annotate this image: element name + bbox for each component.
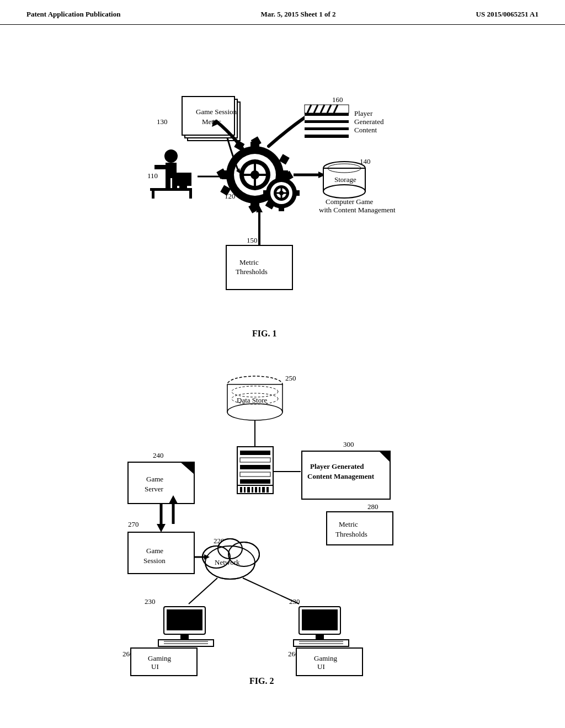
svg-point-33 [279, 191, 284, 195]
arrow-gs-down-head [157, 524, 166, 532]
header-center: Mar. 5, 2015 Sheet 1 of 2 [261, 10, 336, 19]
pgcm-label2: Content Management [307, 472, 375, 480]
keyboard-left-icon [158, 640, 214, 646]
datastore-label: Data Store [237, 396, 267, 404]
player-leg-left-icon [166, 178, 170, 188]
computer-game-label2: with Content Management [319, 206, 396, 214]
clap-body-stripe3 [305, 130, 349, 135]
fig2-container: 250 Data Store 210 [26, 361, 539, 692]
player-generated-label3: Content [354, 126, 377, 134]
player-desk-leg2-icon [189, 191, 192, 199]
game-session2-label1: Game [146, 547, 163, 555]
label-130: 130 [157, 117, 168, 126]
sb1 [240, 487, 242, 493]
keyboard-right-icon [294, 640, 349, 646]
player-generated-label1: Player [354, 109, 373, 117]
player-arms-icon [154, 165, 166, 169]
gs-label1: Game [146, 475, 163, 483]
clap-body-stripe1 [305, 116, 349, 120]
svg-point-18 [250, 170, 259, 179]
gaming-ui-label1-left: Gaming [148, 654, 171, 662]
storage-bottom-icon [323, 185, 365, 198]
sb5 [255, 487, 257, 493]
monitor-screen-right-icon [302, 609, 338, 630]
player-generated-label2: Generated [354, 117, 384, 126]
computer-game-label1: Computer Game [326, 197, 374, 206]
monitor-stand-left-icon [180, 634, 189, 640]
label-230-right: 230 [289, 597, 300, 606]
svg-rect-22 [279, 207, 284, 211]
line-network-comp-left [189, 578, 217, 604]
label-240: 240 [153, 451, 164, 459]
mt2-label1: Metric [339, 520, 358, 528]
storage-label: Storage [334, 175, 356, 184]
server-line1-icon [240, 451, 270, 455]
server-line3-icon [240, 465, 270, 469]
player-head-icon [164, 149, 178, 163]
fig1-label: FIG. 1 [252, 329, 276, 338]
network-cloud-icon: Network [202, 539, 259, 579]
player-desk-leg1-icon [152, 191, 154, 199]
player-desk-icon [150, 188, 192, 191]
metric-thresholds-label2: Thresholds [236, 267, 268, 276]
fig1-diagram: 110 120 [89, 36, 476, 345]
monitor-screen-left-icon [167, 609, 202, 630]
label-150: 150 [247, 236, 258, 244]
datastore-bottom-icon [227, 404, 282, 420]
sb4 [252, 487, 253, 493]
player-monitor-icon [175, 173, 191, 186]
monitor-stand-right-icon [316, 634, 324, 640]
pgcm-label1: Player Generated [310, 462, 364, 470]
sb7 [262, 487, 265, 493]
label-250: 250 [285, 374, 296, 382]
gs-label2: Server [145, 485, 164, 493]
fig1-container: 110 120 [26, 36, 539, 356]
label-110: 110 [147, 172, 158, 180]
fig2-label: FIG. 2 [249, 676, 274, 686]
game-session-label: Game Session [196, 108, 237, 116]
sb3 [247, 487, 250, 493]
arrow-gear-up-right [269, 116, 307, 146]
header-left: Patent Application Publication [26, 10, 120, 19]
svg-rect-24 [295, 190, 300, 196]
fig2-diagram: 250 Data Store 210 [89, 361, 476, 687]
svg-rect-21 [279, 175, 284, 179]
svg-text:Network: Network [215, 558, 240, 566]
metric-thresholds-label1: Metric [239, 258, 259, 266]
sb8 [266, 487, 269, 493]
gaming-ui-label2-right: UI [317, 662, 325, 671]
clap-body-stripe2 [305, 123, 349, 127]
label-300: 300 [343, 440, 354, 448]
server-line5-icon [240, 479, 270, 484]
server-line2-icon [240, 458, 270, 462]
header-right: US 2015/0065251 A1 [476, 10, 539, 19]
svg-rect-23 [263, 190, 268, 196]
label-230-left: 230 [145, 597, 156, 606]
metric-thresholds2-box [327, 512, 393, 545]
sb2 [244, 487, 246, 493]
label-280: 280 [367, 502, 379, 511]
gaming-ui-label2-left: UI [151, 662, 159, 671]
server-line4-icon [240, 472, 270, 477]
player-monitor-stand-icon [179, 186, 187, 188]
gaming-ui-label1-right: Gaming [314, 654, 337, 662]
label-270: 270 [128, 520, 139, 528]
sb6 [259, 487, 260, 493]
mt2-label2: Thresholds [335, 530, 367, 538]
label-160: 160 [332, 95, 343, 104]
game-session2-label2: Session [143, 556, 166, 565]
